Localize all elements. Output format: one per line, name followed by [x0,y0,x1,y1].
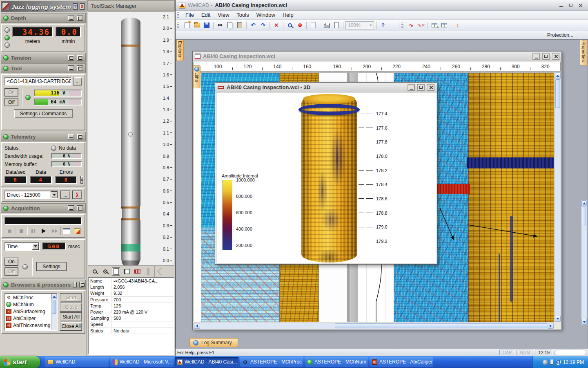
document-minimize-button[interactable] [532,53,540,60]
tension-maximize-button[interactable] [77,55,83,61]
vertical-scroll-thumb[interactable] [555,79,560,108]
print-preview-button[interactable] [332,21,341,30]
tool-more-button[interactable]: ... [73,77,82,85]
acquisition-settings-button[interactable]: Settings [36,262,67,271]
copy-button[interactable] [225,21,234,30]
measure-button[interactable] [133,267,141,276]
properties-tab[interactable]: Properties [580,39,587,65]
zoom-out-button[interactable]: - [91,267,99,276]
horizontal-scroll-thumb[interactable] [335,323,547,328]
wellcad-titlebar[interactable]: WellCAD - ABI40 Casing Inspection.wcl [176,0,588,11]
list-item[interactable]: <| AbiThicknessImg [5,322,51,329]
toolstack-titlebar[interactable]: ToolStack Manager [87,0,175,11]
acquisition-mode-arrow-icon[interactable] [32,243,39,250]
three-d-minimize-button[interactable] [408,84,415,91]
start-all-button[interactable]: Start All [60,312,82,321]
scroll-left-icon[interactable] [194,323,200,329]
acquisition-section-header[interactable]: Acquisition [1,203,86,213]
telemetry-mode-arrow-icon[interactable] [51,191,58,198]
remove-log-button[interactable]: ∿× [416,21,425,30]
toolstack-canvas[interactable]: 2.12.01.91.81.71.61.51.41.31.21.11.00.90… [88,11,174,266]
align-top-button[interactable] [122,267,131,276]
document-close-button[interactable] [552,53,559,60]
menu-item[interactable]: View [214,11,233,19]
document-titlebar[interactable]: ABI40 Casing Inspection.wcl [193,52,561,61]
acquisition-on-button[interactable]: On [4,258,18,266]
scroll-right-icon[interactable] [548,323,554,329]
document-vertical-scrollbar[interactable] [555,72,561,322]
table-view-button[interactable] [440,21,449,30]
log-list-button[interactable] [62,227,71,235]
record-button[interactable] [4,227,14,235]
telemetry-clear-button[interactable]: x [80,176,83,184]
telemetry-more-button[interactable]: ... [60,191,70,199]
acquisition-minimize-button[interactable] [68,205,74,211]
scroll-up-icon[interactable] [51,294,57,299]
depth-restore-button[interactable] [77,15,83,21]
menu-item[interactable]: File [182,11,198,19]
explorer-tab[interactable]: Explorer [176,39,184,61]
toolstack-tool-image[interactable] [121,18,140,266]
browsers-minimize-button[interactable] [73,282,77,287]
telemetry-mode-combo[interactable]: Direct - 125000 [4,191,58,199]
scroll-thumb[interactable] [52,300,56,314]
marker-button[interactable] [295,21,304,30]
close-button[interactable]: Close [60,303,82,312]
acquisition-off-button[interactable]: Off [4,267,18,276]
casing-3d-model[interactable] [301,94,357,263]
menu-item[interactable]: Edit [198,11,214,19]
close-button[interactable] [577,2,585,9]
help-button[interactable]: ? [379,21,388,30]
paste-button[interactable] [235,21,244,30]
workspace-scrollbar[interactable] [581,200,587,325]
insert-table-button[interactable] [430,21,439,30]
taskbar-item-abicaliper[interactable]: ◎ ASTEROPE - AbiCaliper [370,357,433,367]
add-tool-button[interactable] [144,267,152,276]
jazz-help-button[interactable]: ? [73,3,78,10]
telemetry-section-header[interactable]: Telemetry [1,132,86,141]
fit-page-button[interactable] [112,267,120,276]
three-d-maximize-button[interactable] [417,84,425,91]
pause-button[interactable] [28,227,38,235]
disconnect-button[interactable] [157,267,165,276]
tension-restore-button[interactable] [68,55,74,61]
acquisition-mode-combo[interactable]: Time [4,242,40,251]
workspace-scroll-thumb[interactable] [582,206,586,226]
zoom-in-button[interactable]: + [101,267,109,276]
document-horizontal-scrollbar[interactable] [194,323,554,329]
taskbar-item-msdev[interactable]: WellCAD - Microsoft V... [110,357,174,367]
document-maximize-button[interactable] [542,53,550,60]
taskbar-item-mchproc[interactable]: ⚙ ASTEROPE - MChProc [240,357,303,367]
cut-button[interactable]: ✂ [216,21,225,30]
browsers-restore-button[interactable] [79,282,83,287]
redo-button[interactable]: ↷ [258,21,267,30]
open-button[interactable] [192,21,201,30]
list-item[interactable]: ⚙ MChProc [5,294,51,301]
tool-selector-combo[interactable]: <GO1-43|ABI43-CARTRIDGE| [4,77,71,85]
protection-label[interactable]: Protection... [547,32,573,38]
tension-section-header[interactable]: Tension [1,53,86,63]
tool-off-button[interactable]: Off [4,98,18,106]
telemetry-restore-button[interactable] [77,134,83,139]
menu-item[interactable]: Help [279,11,297,19]
processors-list[interactable]: ⚙ MChProc MChNum < AbiSurfaceImg |·| Abi… [4,293,58,331]
undo-button[interactable]: ↶ [249,21,258,30]
three-d-close-button[interactable] [427,84,434,91]
taskbar-item-wellcad-active[interactable]: WellCAD - ABI40 Casi... [175,357,238,367]
telemetry-minimize-button[interactable] [68,134,74,139]
litho-tab[interactable]: Litho [193,65,200,88]
document-info-button[interactable] [309,21,318,30]
save-button[interactable] [202,21,211,30]
processors-scrollbar[interactable] [51,294,57,330]
menu-item[interactable]: Tools [233,11,252,19]
list-item[interactable]: < AbiSurfaceImg [5,308,51,315]
volume-icon[interactable] [543,360,548,365]
tool-settings-commands-button[interactable]: Settings / Commands [14,109,73,118]
scroll-down-icon[interactable] [581,319,587,325]
print-button[interactable] [322,21,331,30]
battery-icon[interactable] [550,360,553,365]
tool-minimize-button[interactable] [68,65,74,71]
stop-button[interactable] [16,227,26,235]
menu-item[interactable]: Window [253,11,279,19]
tool-section-header[interactable]: Tool [1,63,86,73]
